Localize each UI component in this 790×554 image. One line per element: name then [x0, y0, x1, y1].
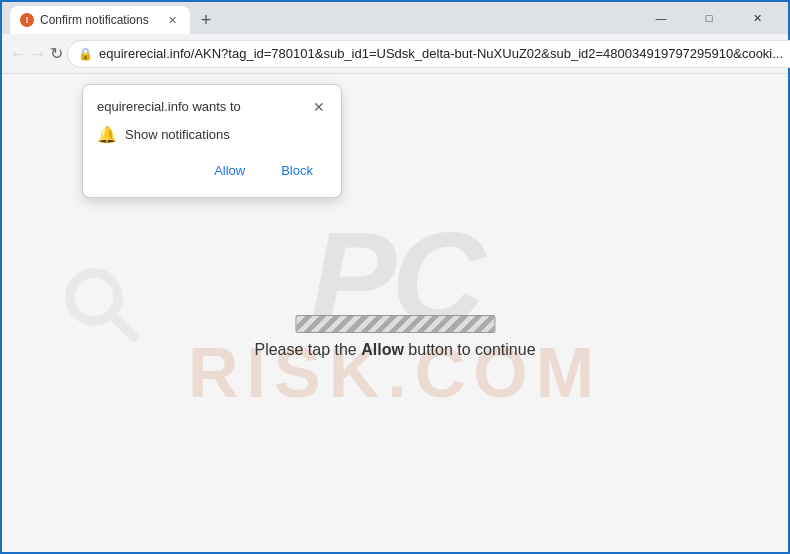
page-text-before: Please tap the — [254, 341, 361, 358]
notification-popup: equirerecial.info wants to ✕ 🔔 Show noti… — [82, 84, 342, 198]
address-bar[interactable]: 🔒 equirerecial.info/AKN?tag_id=780101&su… — [67, 40, 790, 68]
page-text-bold: Allow — [361, 341, 404, 358]
tab-area: ! Confirm notifications ✕ + — [10, 2, 634, 34]
notification-label: Show notifications — [125, 127, 230, 142]
progress-bar — [295, 315, 495, 333]
popup-header: equirerecial.info wants to ✕ — [97, 99, 327, 115]
magnifier-watermark — [62, 265, 142, 345]
lock-icon: 🔒 — [78, 47, 93, 61]
popup-title: equirerecial.info wants to — [97, 99, 241, 114]
page-center: Please tap the Allow button to continue — [254, 315, 535, 359]
maximize-button[interactable]: □ — [686, 2, 732, 34]
address-text: equirerecial.info/AKN?tag_id=780101&sub_… — [99, 46, 783, 61]
refresh-button[interactable]: ↻ — [50, 40, 63, 68]
allow-button[interactable]: Allow — [200, 158, 259, 183]
page-text-after: button to continue — [404, 341, 536, 358]
popup-close-button[interactable]: ✕ — [311, 99, 327, 115]
toolbar: ← → ↻ 🔒 equirerecial.info/AKN?tag_id=780… — [2, 34, 788, 74]
tab-close-button[interactable]: ✕ — [164, 12, 180, 28]
svg-line-1 — [112, 315, 134, 337]
page-instruction: Please tap the Allow button to continue — [254, 341, 535, 359]
popup-notification-row: 🔔 Show notifications — [97, 125, 327, 144]
popup-buttons: Allow Block — [97, 158, 327, 183]
forward-button[interactable]: → — [30, 40, 46, 68]
title-bar: ! Confirm notifications ✕ + — □ ✕ — [2, 2, 788, 34]
minimize-button[interactable]: — — [638, 2, 684, 34]
page-content: PC RISK.COM equirerecial.info wants to ✕… — [2, 74, 788, 552]
bell-icon: 🔔 — [97, 125, 117, 144]
tab-title: Confirm notifications — [40, 13, 158, 27]
window-controls: — □ ✕ — [638, 2, 780, 34]
new-tab-button[interactable]: + — [192, 6, 220, 34]
tab-favicon: ! — [20, 13, 34, 27]
back-button[interactable]: ← — [10, 40, 26, 68]
active-tab[interactable]: ! Confirm notifications ✕ — [10, 6, 190, 34]
close-window-button[interactable]: ✕ — [734, 2, 780, 34]
block-button[interactable]: Block — [267, 158, 327, 183]
browser-window: ! Confirm notifications ✕ + — □ ✕ ← → ↻ … — [0, 0, 790, 554]
